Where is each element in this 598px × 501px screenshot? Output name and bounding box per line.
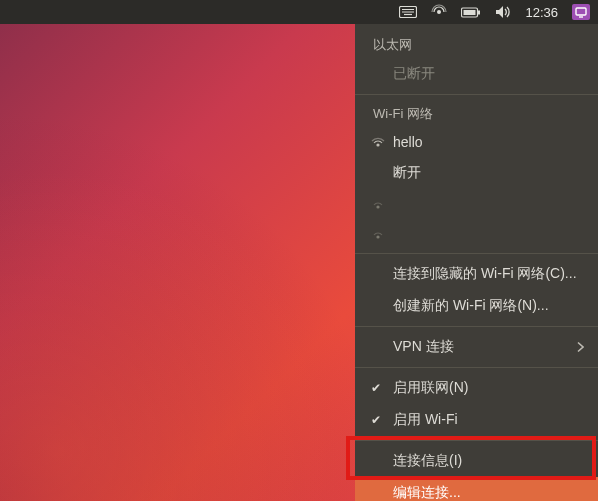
svg-rect-7 <box>464 10 476 15</box>
session-icon[interactable] <box>572 4 590 20</box>
connection-info[interactable]: 连接信息(I) <box>355 445 598 477</box>
svg-rect-8 <box>576 8 586 15</box>
menu-separator <box>355 253 598 254</box>
enable-wifi-label: 启用 Wi-Fi <box>393 411 458 427</box>
check-icon: ✔ <box>371 413 381 427</box>
wifi-signal-icon <box>371 227 385 241</box>
menu-separator <box>355 326 598 327</box>
wifi-empty-1 <box>355 189 598 219</box>
wifi-network-label: hello <box>393 134 423 150</box>
network-icon[interactable] <box>431 4 447 20</box>
battery-icon[interactable] <box>461 7 481 18</box>
check-icon: ✔ <box>371 381 381 395</box>
wifi-signal-icon <box>371 135 385 149</box>
ethernet-header: 以太网 <box>355 30 598 58</box>
enable-networking[interactable]: ✔ 启用联网(N) <box>355 372 598 404</box>
wifi-network-hello[interactable]: hello <box>355 127 598 157</box>
svg-point-4 <box>437 10 441 14</box>
wifi-empty-2 <box>355 219 598 249</box>
ethernet-disconnected: 已断开 <box>355 58 598 90</box>
menu-separator <box>355 367 598 368</box>
wifi-disconnect[interactable]: 断开 <box>355 157 598 189</box>
keyboard-icon[interactable] <box>399 6 417 18</box>
create-new-wifi[interactable]: 创建新的 Wi-Fi 网络(N)... <box>355 290 598 322</box>
network-menu: 以太网 已断开 Wi-Fi 网络 hello 断开 连接到隐藏的 Wi-Fi 网… <box>355 24 598 501</box>
chevron-right-icon <box>577 342 584 353</box>
svg-point-12 <box>376 235 379 238</box>
svg-rect-6 <box>478 10 480 14</box>
connect-hidden-wifi[interactable]: 连接到隐藏的 Wi-Fi 网络(C)... <box>355 258 598 290</box>
menu-separator <box>355 94 598 95</box>
top-panel: 12:36 <box>0 0 598 24</box>
menu-separator <box>355 440 598 441</box>
vpn-label: VPN 连接 <box>393 338 454 354</box>
edit-connections[interactable]: 编辑连接... <box>355 477 598 501</box>
enable-networking-label: 启用联网(N) <box>393 379 468 395</box>
enable-wifi[interactable]: ✔ 启用 Wi-Fi <box>355 404 598 436</box>
volume-icon[interactable] <box>495 5 511 19</box>
wifi-signal-icon <box>371 197 385 211</box>
wifi-header: Wi-Fi 网络 <box>355 99 598 127</box>
vpn-connections[interactable]: VPN 连接 <box>355 331 598 363</box>
svg-point-10 <box>376 143 379 146</box>
clock[interactable]: 12:36 <box>525 5 558 20</box>
svg-point-11 <box>376 205 379 208</box>
